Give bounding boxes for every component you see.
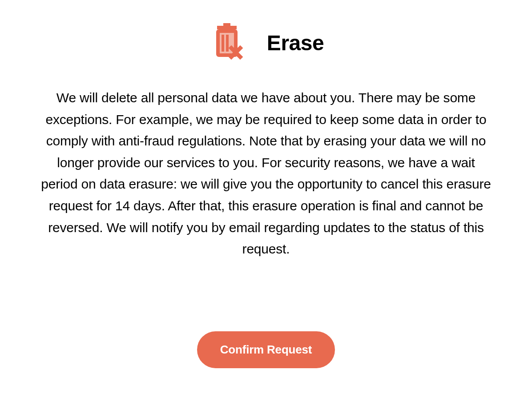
erase-description: We will delete all personal data we have…	[30, 87, 502, 260]
svg-rect-4	[222, 35, 224, 52]
svg-rect-5	[226, 35, 229, 52]
page-title: Erase	[267, 31, 324, 55]
button-area: Confirm Request	[197, 331, 335, 368]
trash-delete-icon	[208, 21, 251, 64]
confirm-request-button[interactable]: Confirm Request	[197, 331, 335, 368]
svg-rect-1	[223, 23, 230, 27]
erase-header: Erase	[208, 21, 324, 64]
